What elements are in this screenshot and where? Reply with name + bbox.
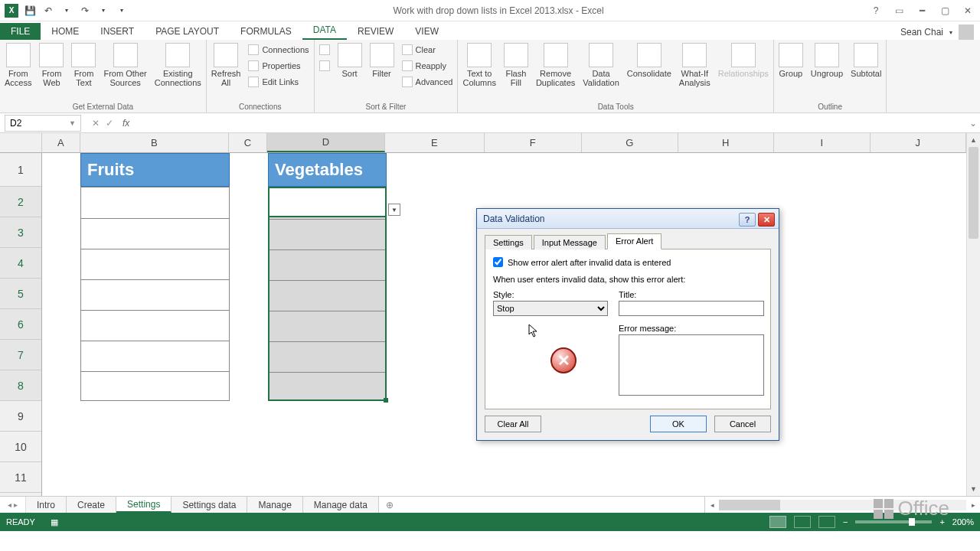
cancel-button[interactable]: Cancel (714, 416, 771, 432)
view-normal-button[interactable] (769, 516, 786, 528)
sheet-tab-manage[interactable]: Manage (247, 497, 302, 513)
dialog-tab-error-alert[interactable]: Error Alert (607, 233, 662, 249)
undo-dropdown-icon[interactable]: ▾ (60, 4, 74, 18)
cell-dropdown-icon[interactable]: ▼ (388, 204, 400, 216)
row-header-11[interactable]: 11 (0, 462, 41, 493)
sort-asc-button[interactable] (319, 43, 330, 57)
col-header-g[interactable]: G (582, 133, 678, 152)
tab-home[interactable]: HOME (41, 23, 90, 40)
col-header-a[interactable]: A (42, 133, 80, 152)
cancel-formula-icon[interactable]: ✕ (92, 118, 100, 129)
sort-desc-button[interactable] (319, 59, 330, 73)
col-header-h[interactable]: H (678, 133, 774, 152)
tab-file[interactable]: FILE (0, 23, 41, 40)
scroll-up-icon[interactable]: ▲ (967, 133, 980, 147)
enter-formula-icon[interactable]: ✓ (106, 118, 113, 129)
formula-input[interactable] (132, 116, 966, 131)
dialog-close-button[interactable]: ✕ (758, 213, 775, 227)
sheet-tab-settings[interactable]: Settings (116, 497, 172, 513)
sheet-tab-manage-data[interactable]: Manage data (303, 497, 379, 513)
selected-range[interactable] (268, 187, 387, 401)
undo-icon[interactable]: ↶ (41, 4, 55, 18)
title-input[interactable] (619, 301, 764, 316)
row-header-4[interactable]: 4 (0, 248, 41, 279)
row-header-2[interactable]: 2 (0, 187, 41, 217)
col-header-i[interactable]: I (774, 133, 870, 152)
select-all-corner[interactable] (0, 133, 42, 153)
add-sheet-button[interactable]: ⊕ (379, 497, 400, 513)
tab-insert[interactable]: INSERT (90, 23, 145, 40)
text-to-columns-button[interactable]: Text to Columns (462, 43, 495, 87)
tab-review[interactable]: REVIEW (347, 23, 404, 40)
existing-connections-button[interactable]: Existing Connections (155, 43, 201, 87)
refresh-all-button[interactable]: Refresh All (211, 43, 241, 87)
qat-customize-icon[interactable]: ▾ (115, 4, 129, 18)
redo-icon[interactable]: ↷ (78, 4, 92, 18)
tab-page-layout[interactable]: PAGE LAYOUT (145, 23, 230, 40)
remove-duplicates-button[interactable]: Remove Duplicates (536, 43, 575, 87)
consolidate-button[interactable]: Consolidate (627, 43, 671, 78)
connections-button[interactable]: Connections (248, 43, 309, 57)
scroll-right-icon[interactable]: ▸ (966, 501, 980, 509)
row-header-3[interactable]: 3 (0, 217, 41, 248)
vscroll-thumb[interactable] (969, 147, 978, 239)
row-header-7[interactable]: 7 (0, 340, 41, 370)
sort-button[interactable]: Sort (338, 43, 362, 78)
group-button[interactable]: Group (779, 43, 803, 78)
cell-b1-header[interactable]: Fruits (80, 153, 230, 187)
dialog-tab-input-message[interactable]: Input Message (534, 235, 606, 249)
ok-button[interactable]: OK (650, 416, 707, 432)
edit-links-button[interactable]: Edit Links (248, 75, 309, 89)
clear-filter-button[interactable]: Clear (402, 43, 453, 57)
col-header-d[interactable]: D (267, 133, 385, 152)
filter-button[interactable]: Filter (370, 43, 394, 78)
col-header-f[interactable]: F (485, 133, 582, 152)
show-alert-checkbox[interactable] (493, 257, 503, 267)
fill-handle[interactable] (384, 398, 388, 403)
macro-icon[interactable]: ▦ (51, 517, 58, 527)
row-header-1[interactable]: 1 (0, 153, 41, 187)
scroll-left-icon[interactable]: ◂ (705, 501, 719, 509)
scroll-down-icon[interactable]: ▼ (967, 482, 980, 496)
flash-fill-button[interactable]: Flash Fill (504, 43, 528, 87)
row-header-5[interactable]: 5 (0, 279, 41, 309)
col-header-c[interactable]: C (229, 133, 267, 152)
zoom-value[interactable]: 200% (952, 517, 974, 527)
col-header-j[interactable]: J (871, 133, 966, 152)
data-validation-button[interactable]: Data Validation (583, 43, 619, 87)
col-header-e[interactable]: E (385, 133, 484, 152)
col-header-b[interactable]: B (80, 133, 229, 152)
sheet-tab-create[interactable]: Create (67, 497, 116, 513)
row-header-9[interactable]: 9 (0, 401, 41, 432)
tab-formulas[interactable]: FORMULAS (230, 23, 302, 40)
vertical-scrollbar[interactable]: ▲ ▼ (966, 133, 980, 496)
range-b2-b8[interactable] (80, 187, 230, 401)
row-header-10[interactable]: 10 (0, 432, 41, 462)
horizontal-scrollbar[interactable]: ◂ ▸ (704, 497, 980, 513)
maximize-icon[interactable]: ▢ (937, 3, 952, 18)
close-icon[interactable]: ✕ (960, 3, 975, 18)
zoom-in-icon[interactable]: + (939, 517, 944, 527)
what-if-button[interactable]: What-If Analysis (679, 43, 710, 87)
ribbon-options-icon[interactable]: ▭ (891, 3, 906, 18)
fx-label[interactable]: fx (119, 118, 132, 129)
cell-d1-header[interactable]: Vegetables (268, 153, 387, 187)
subtotal-button[interactable]: Subtotal (851, 43, 881, 78)
row-header-6[interactable]: 6 (0, 309, 41, 340)
from-text-button[interactable]: From Text (71, 43, 96, 87)
dialog-help-button[interactable]: ? (739, 213, 756, 227)
properties-button[interactable]: Properties (248, 59, 309, 73)
zoom-out-icon[interactable]: − (843, 517, 848, 527)
name-box-dropdown-icon[interactable]: ▼ (69, 119, 76, 127)
from-other-sources-button[interactable]: From Other Sources (103, 43, 146, 87)
style-select[interactable]: Stop (493, 301, 608, 316)
view-page-break-button[interactable] (818, 516, 835, 528)
help-icon[interactable]: ? (868, 3, 884, 18)
from-web-button[interactable]: From Web (39, 43, 64, 87)
ungroup-button[interactable]: Ungroup (811, 43, 843, 78)
avatar[interactable] (959, 24, 974, 40)
active-cell[interactable] (268, 187, 387, 217)
name-box[interactable]: D2 ▼ (5, 115, 81, 132)
reapply-button[interactable]: Reapply (402, 59, 453, 73)
dialog-titlebar[interactable]: Data Validation ? ✕ (477, 209, 779, 229)
